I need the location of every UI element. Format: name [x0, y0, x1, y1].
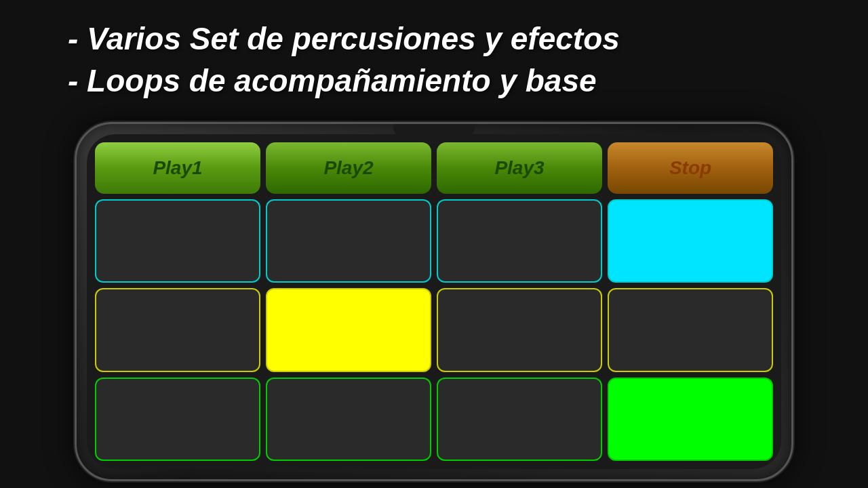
pad-3-2[interactable] [266, 378, 431, 461]
header-text-1: - Varios Set de percusiones y efectos [68, 20, 620, 57]
stop-button[interactable]: Stop [608, 142, 773, 194]
pad-row-1 [95, 199, 773, 283]
pad-3-4[interactable] [608, 378, 773, 461]
pad-row-3 [95, 378, 773, 461]
header-text-2: - Loops de acompañamiento y base [68, 62, 597, 99]
pad-grid [95, 199, 773, 461]
pad-2-3[interactable] [437, 288, 602, 371]
pad-1-3[interactable] [437, 199, 602, 283]
phone-screen: Play1 Play2 Play3 Stop [87, 134, 781, 469]
play2-button[interactable]: Play2 [266, 142, 431, 194]
pad-2-4[interactable] [608, 288, 773, 371]
play-buttons-row: Play1 Play2 Play3 Stop [95, 142, 773, 194]
play3-button[interactable]: Play3 [437, 142, 602, 194]
header-line-1: - Varios Set de percusiones y efectos [68, 20, 800, 57]
pad-1-1[interactable] [95, 199, 260, 283]
pad-3-1[interactable] [95, 378, 260, 461]
header-line-2: - Loops de acompañamiento y base [68, 62, 800, 99]
phone-wrapper: Play1 Play2 Play3 Stop [75, 122, 793, 481]
pad-row-2 [95, 288, 773, 371]
phone-body: Play1 Play2 Play3 Stop [75, 122, 793, 481]
pad-1-2[interactable] [266, 199, 431, 283]
pad-1-4[interactable] [608, 199, 773, 283]
pad-3-3[interactable] [437, 378, 602, 461]
play1-button[interactable]: Play1 [95, 142, 260, 194]
phone-notch [393, 124, 475, 139]
phone-side-button [75, 281, 77, 322]
header-section: - Varios Set de percusiones y efectos - … [68, 20, 800, 104]
pad-2-1[interactable] [95, 288, 260, 371]
pad-2-2[interactable] [266, 288, 431, 371]
